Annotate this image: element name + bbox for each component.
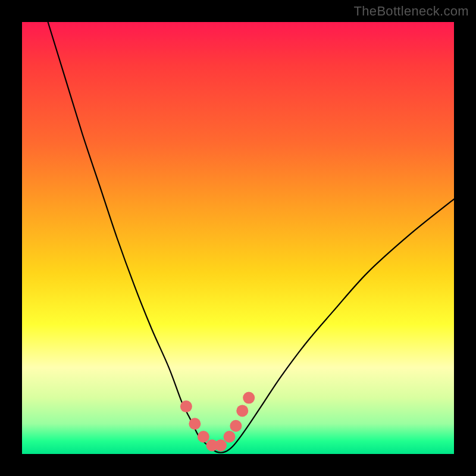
bottleneck-curve	[48, 22, 454, 453]
highlight-dot	[198, 431, 209, 443]
highlight-dot	[215, 440, 227, 452]
highlight-dot	[243, 392, 255, 404]
highlight-dot	[189, 418, 201, 430]
highlight-dots-group	[180, 392, 255, 452]
highlight-dot	[230, 420, 242, 432]
highlight-dot	[180, 400, 192, 412]
highlight-dot	[236, 405, 248, 416]
watermark-text: TheBottleneck.com	[354, 4, 469, 19]
plot-area	[22, 22, 454, 454]
chart-frame: TheBottleneck.com	[0, 0, 476, 476]
curve-overlay	[22, 22, 454, 454]
highlight-dot	[224, 431, 236, 443]
